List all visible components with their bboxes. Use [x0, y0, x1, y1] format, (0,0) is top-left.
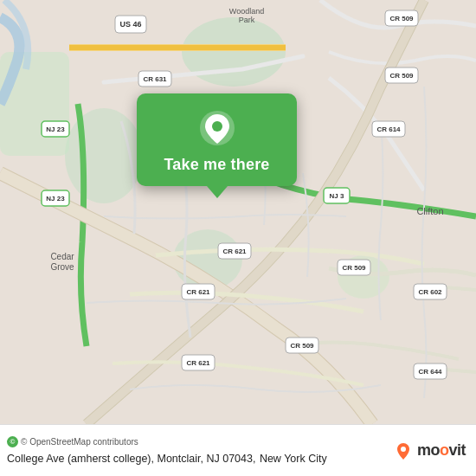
moovit-brand-text: moovit: [417, 441, 466, 460]
moovit-logo: moovit: [394, 441, 466, 460]
take-me-there-button[interactable]: Take me there: [164, 156, 269, 174]
svg-text:CR 509: CR 509: [290, 342, 314, 350]
moovit-pin-icon: [394, 441, 413, 460]
svg-text:Cedar: Cedar: [50, 252, 74, 261]
map-container: US 46 Woodland Park CR 631 NJ 23 NJ 23 C…: [0, 0, 476, 424]
location-pin-icon: [198, 109, 236, 147]
svg-text:CR 621: CR 621: [186, 288, 210, 296]
osm-credit-text: © OpenStreetMap contributors: [21, 437, 138, 447]
svg-text:CR 621: CR 621: [222, 248, 247, 255]
svg-text:US 46: US 46: [119, 20, 141, 29]
svg-text:CR 602: CR 602: [418, 288, 442, 296]
svg-text:CR 509: CR 509: [389, 15, 414, 23]
svg-text:CR 614: CR 614: [376, 125, 401, 133]
location-text-line1: College Ave (amherst college), Montclair…: [7, 453, 255, 465]
footer-text-group: © © OpenStreetMap contributors College A…: [7, 436, 394, 466]
svg-text:CR 621: CR 621: [186, 359, 210, 367]
osm-credit: © © OpenStreetMap contributors: [7, 436, 394, 447]
svg-text:CR 509: CR 509: [389, 72, 414, 80]
svg-text:NJ 23: NJ 23: [46, 125, 65, 133]
popup-card[interactable]: Take me there: [137, 93, 297, 186]
svg-text:Grove: Grove: [50, 262, 74, 272]
location-text-line2: New York City: [260, 453, 327, 465]
svg-text:Woodland: Woodland: [229, 7, 264, 16]
svg-text:CR 644: CR 644: [418, 368, 442, 376]
location-label: College Ave (amherst college), Montclair…: [7, 450, 394, 466]
svg-text:Clifton: Clifton: [416, 206, 443, 216]
svg-point-43: [401, 447, 406, 452]
svg-text:Park: Park: [239, 16, 255, 24]
svg-text:CR 631: CR 631: [143, 75, 167, 83]
svg-text:NJ 23: NJ 23: [46, 195, 65, 203]
footer-bar: © © OpenStreetMap contributors College A…: [0, 424, 476, 476]
osm-circle-icon: ©: [7, 436, 18, 447]
svg-point-42: [212, 121, 222, 132]
svg-text:CR 509: CR 509: [342, 264, 366, 272]
map-svg: US 46 Woodland Park CR 631 NJ 23 NJ 23 C…: [0, 0, 476, 424]
svg-point-1: [182, 17, 286, 87]
svg-text:NJ 3: NJ 3: [330, 192, 344, 200]
